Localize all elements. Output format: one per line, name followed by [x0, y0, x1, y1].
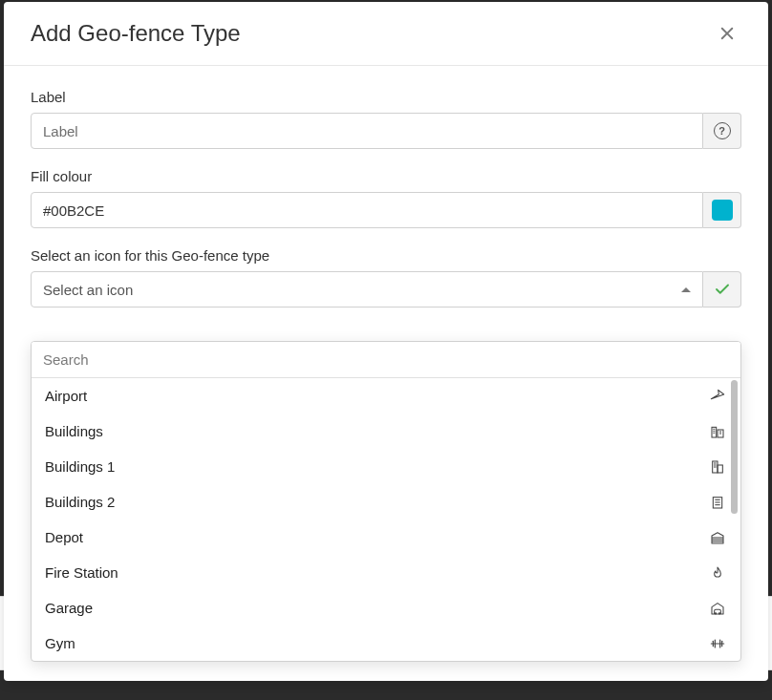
icon-option-label: Gym: [45, 635, 75, 651]
icon-option-label: Airport: [45, 388, 87, 404]
help-icon: ?: [714, 122, 731, 139]
label-input[interactable]: [31, 113, 703, 149]
add-geofence-modal: Add Geo-fence Type Label ? Fill colour: [4, 2, 768, 681]
icon-select-label: Select an icon for this Geo-fence type: [31, 247, 741, 264]
modal-header: Add Geo-fence Type: [4, 2, 768, 66]
icon-option-label: Buildings 1: [45, 458, 115, 475]
check-icon: [714, 281, 731, 298]
airport-icon: [710, 389, 725, 404]
firestation-icon: [710, 565, 725, 581]
icon-option-firestation[interactable]: Fire Station: [32, 555, 740, 590]
colour-swatch-icon: [712, 200, 733, 221]
colour-field-label: Fill colour: [31, 168, 741, 184]
label-field-label: Label: [31, 89, 741, 105]
chevron-up-icon: [681, 287, 691, 292]
depot-icon: [710, 530, 725, 545]
icon-option-buildings1[interactable]: Buildings 1: [32, 449, 740, 484]
scrollbar[interactable]: [731, 380, 738, 659]
gym-icon: [710, 636, 725, 651]
modal-body: Label ? Fill colour Select an icon for t…: [4, 66, 768, 315]
colour-group: Fill colour: [31, 168, 741, 228]
icon-option-label: Buildings 2: [45, 494, 115, 510]
icon-option-label: Buildings: [45, 423, 103, 439]
close-icon: [718, 25, 736, 42]
label-group: Label ?: [31, 89, 741, 149]
colour-input-row: [31, 192, 741, 228]
icon-select-row: Select an icon: [31, 271, 741, 308]
buildings1-icon: [710, 459, 725, 475]
icon-option-label: Fire Station: [45, 564, 118, 581]
fill-colour-input[interactable]: [31, 192, 703, 228]
icon-option-buildings2[interactable]: Buildings 2: [32, 484, 740, 520]
label-help-button[interactable]: ?: [703, 113, 741, 149]
scrollbar-thumb[interactable]: [731, 380, 738, 514]
buildings2-icon: [710, 495, 725, 510]
icon-option-label: Garage: [45, 600, 93, 616]
icon-search-input[interactable]: [32, 342, 740, 378]
icon-option-list[interactable]: AirportBuildingsBuildings 1Buildings 2De…: [32, 378, 740, 661]
modal-title: Add Geo-fence Type: [31, 20, 241, 47]
icon-option-depot[interactable]: Depot: [32, 520, 740, 555]
label-input-row: ?: [31, 113, 741, 149]
garage-icon: [710, 601, 725, 616]
icon-option-label: Depot: [45, 529, 83, 545]
icon-select[interactable]: Select an icon: [31, 271, 703, 308]
icon-option-airport[interactable]: Airport: [32, 378, 740, 414]
icon-select-group: Select an icon for this Geo-fence type S…: [31, 247, 741, 308]
icon-dropdown: AirportBuildingsBuildings 1Buildings 2De…: [31, 341, 741, 662]
icon-select-value: Select an icon: [43, 282, 133, 298]
icon-option-buildings[interactable]: Buildings: [32, 414, 740, 449]
colour-picker-button[interactable]: [703, 192, 741, 228]
icon-confirm-button[interactable]: [703, 271, 741, 308]
icon-option-garage[interactable]: Garage: [32, 590, 740, 626]
close-button[interactable]: [713, 19, 741, 48]
icon-option-gym[interactable]: Gym: [32, 626, 740, 661]
buildings-icon: [710, 424, 725, 439]
